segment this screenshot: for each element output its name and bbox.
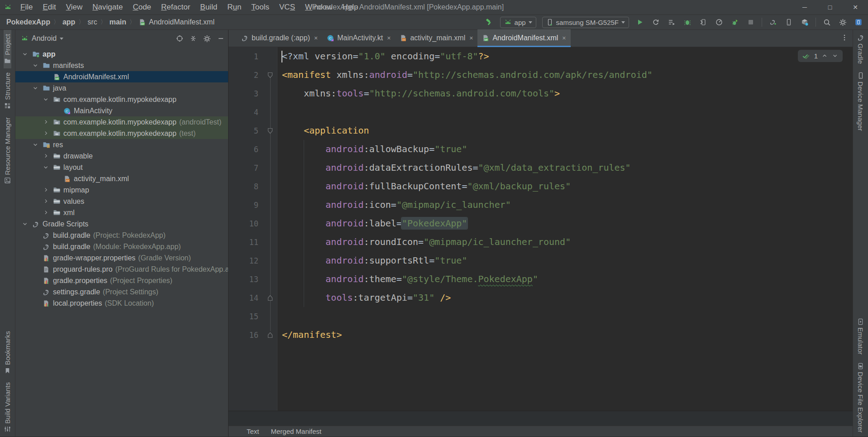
menu-view[interactable]: View — [61, 0, 88, 14]
breadcrumb-item[interactable]: main — [110, 18, 126, 26]
tree-item-activity-main-xml[interactable]: <>activity_main.xml — [15, 173, 228, 184]
editor-tab-androidmanifest-xml[interactable]: MFAndroidManifest.xml× — [477, 29, 570, 47]
tool-window-button-device-manager[interactable]: Device Manager — [857, 68, 864, 135]
chevron-down-icon[interactable] — [32, 85, 39, 91]
chevron-down-icon[interactable] — [22, 221, 29, 227]
collapse-all-icon[interactable] — [190, 35, 197, 42]
tree-item-build-gradle[interactable]: build.gradle (Project: PokedexApp) — [15, 230, 228, 241]
close-icon[interactable]: × — [562, 34, 566, 42]
menu-file[interactable]: File — [15, 0, 38, 14]
tree-item-manifests[interactable]: manifests — [15, 60, 228, 71]
tool-window-button-emulator[interactable]: Emulator — [857, 314, 864, 359]
code-line-16[interactable]: 16</manifest> — [229, 326, 853, 344]
tree-item-res[interactable]: res — [15, 139, 228, 150]
code-line-8[interactable]: 8 android:fullBackupContent="@xml/backup… — [229, 177, 853, 196]
code-line-2[interactable]: 2<manifest xmlns:android="http://schemas… — [229, 66, 853, 84]
code-line-14[interactable]: 14 tools:targetApi="31" /> — [229, 288, 853, 307]
tool-window-button-resource-manager[interactable]: Resource Manager — [4, 113, 11, 188]
tree-item-layout[interactable]: layout — [15, 162, 228, 173]
fold-marker-icon[interactable] — [263, 331, 277, 339]
code-line-3[interactable]: 3 xmlns:tools="http://schemas.android.co… — [229, 84, 853, 103]
tool-window-button-structure[interactable]: Structure — [4, 68, 11, 113]
debug-icon[interactable] — [682, 17, 692, 27]
tree-item-mipmap[interactable]: mipmap — [15, 184, 228, 196]
inspections-widget[interactable]: 1 — [798, 50, 843, 62]
tree-item-mainactivity[interactable]: CMainActivity — [15, 105, 228, 116]
tool-window-button-device-file-explorer[interactable]: Device File Explorer — [857, 359, 864, 437]
manifest-view-tab-text[interactable]: Text — [247, 427, 259, 435]
chevron-down-icon[interactable] — [32, 142, 39, 148]
settings-icon[interactable] — [838, 17, 848, 27]
prev-problem-icon[interactable] — [822, 53, 828, 59]
tree-item-drawable[interactable]: drawable — [15, 150, 228, 162]
menu-code[interactable]: Code — [128, 0, 156, 14]
chevron-right-icon[interactable] — [43, 187, 50, 193]
next-problem-icon[interactable] — [832, 53, 839, 59]
close-icon[interactable]: × — [387, 34, 391, 42]
tab-options-kebab-icon[interactable] — [841, 34, 848, 41]
code-line-10[interactable]: 10 android:label="PokedexApp" — [229, 214, 853, 233]
apply-code-changes-icon[interactable] — [730, 17, 740, 27]
code-line-5[interactable]: 5 <application — [229, 121, 853, 140]
menu-vcs[interactable]: VCS — [274, 0, 300, 14]
chevron-right-icon[interactable] — [43, 119, 50, 125]
editor-tab-mainactivity-kt[interactable]: CMainActivity.kt× — [322, 29, 395, 47]
chevron-right-icon[interactable] — [43, 210, 50, 216]
close-icon[interactable]: × — [469, 34, 473, 42]
settings-icon[interactable] — [203, 35, 211, 43]
attach-debugger-icon[interactable] — [698, 17, 708, 27]
breadcrumb-item[interactable]: AndroidManifest.xml — [149, 18, 215, 26]
tree-item-values[interactable]: values — [15, 196, 228, 207]
tree-item-com-example-kotlin-mypokedexapp[interactable]: com.example.kotlin.mypokedexapp — [15, 94, 228, 105]
tree-item-gradle-wrapper-properties[interactable]: gradle-wrapper.properties (Gradle Versio… — [15, 252, 228, 264]
device-selector[interactable]: samsung SM-G525F — [542, 17, 629, 28]
gradle-sync-icon[interactable] — [768, 17, 778, 27]
code-line-9[interactable]: 9 android:icon="@mipmap/ic_launcher" — [229, 196, 853, 214]
close-icon[interactable]: × — [314, 34, 318, 42]
device-manager-icon[interactable] — [784, 17, 794, 27]
tree-item-com-example-kotlin-mypokedexapp[interactable]: com.example.kotlin.mypokedexapp (test) — [15, 128, 228, 139]
project-view-selector[interactable]: Android — [32, 34, 57, 43]
menu-refactor[interactable]: Refactor — [156, 0, 195, 14]
tool-window-button-project[interactable]: Project — [4, 30, 11, 68]
menu-tools[interactable]: Tools — [246, 0, 274, 14]
tool-window-button-gradle[interactable]: Gradle — [857, 30, 864, 68]
menu-edit[interactable]: Edit — [38, 0, 61, 14]
chevron-right-icon[interactable] — [43, 130, 50, 137]
run-with-coverage-icon[interactable] — [667, 17, 677, 27]
run-icon[interactable] — [635, 17, 645, 27]
tree-item-gradle-properties[interactable]: gradle.properties (Project Properties) — [15, 275, 228, 286]
fold-marker-icon[interactable] — [263, 294, 277, 302]
editor-tab-activity-main-xml[interactable]: <>activity_main.xml× — [395, 29, 477, 47]
code-line-11[interactable]: 11 android:roundIcon="@mipmap/ic_launche… — [229, 233, 853, 251]
chevron-down-icon[interactable] — [32, 62, 39, 69]
code-line-6[interactable]: 6 android:allowBackup="true" — [229, 140, 853, 158]
breadcrumb-item[interactable]: PokedexApp — [6, 18, 50, 26]
tool-window-button-bookmarks[interactable]: Bookmarks — [4, 327, 11, 378]
target-icon[interactable] — [176, 35, 183, 42]
window-maximize-button[interactable]: □ — [817, 0, 843, 14]
tree-item-build-gradle[interactable]: build.gradle (Module: PokedexApp.app) — [15, 241, 228, 252]
menu-build[interactable]: Build — [195, 0, 222, 14]
run-configuration-selector[interactable]: app — [500, 17, 536, 28]
code-editor[interactable]: 1<?xml version="1.0" encoding="utf-8"?>2… — [229, 47, 853, 411]
stop-icon[interactable] — [746, 17, 756, 27]
search-everywhere-icon[interactable] — [822, 17, 832, 27]
fold-marker-icon[interactable] — [263, 127, 277, 134]
menu-run[interactable]: Run — [222, 0, 246, 14]
sdk-manager-icon[interactable] — [800, 17, 810, 27]
manifest-view-tab-merged-manifest[interactable]: Merged Manifest — [271, 427, 322, 435]
profile-icon[interactable] — [714, 17, 724, 27]
window-close-button[interactable]: ✕ — [843, 0, 868, 14]
tree-item-com-example-kotlin-mypokedexapp[interactable]: com.example.kotlin.mypokedexapp (android… — [15, 116, 228, 128]
window-minimize-button[interactable]: ─ — [792, 0, 817, 14]
tree-item-settings-gradle[interactable]: settings.gradle (Project Settings) — [15, 286, 228, 298]
tree-item-xml[interactable]: xml — [15, 207, 228, 218]
tree-item-local-properties[interactable]: local.properties (SDK Location) — [15, 298, 228, 309]
chevron-right-icon[interactable] — [43, 198, 50, 205]
tree-item-java[interactable]: java — [15, 82, 228, 94]
tool-window-button-build-variants[interactable]: Build Variants — [4, 378, 11, 437]
code-line-4[interactable]: 4 — [229, 103, 853, 121]
code-line-7[interactable]: 7 android:dataExtractionRules="@xml/data… — [229, 158, 853, 177]
menu-navigate[interactable]: Navigate — [87, 0, 128, 14]
